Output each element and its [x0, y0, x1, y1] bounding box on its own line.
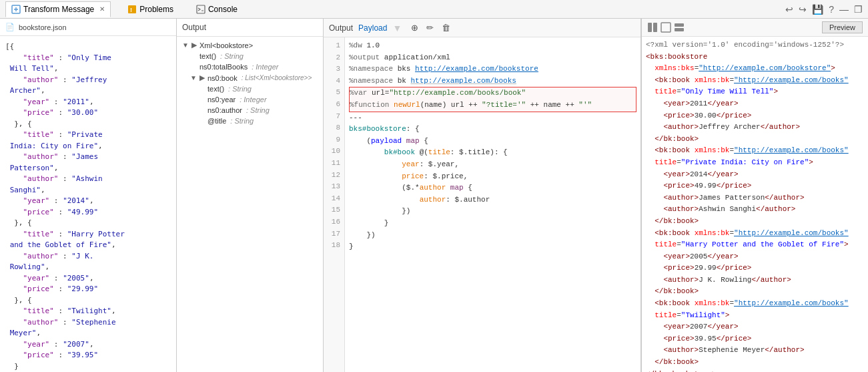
svg-rect-8 [675, 28, 684, 31]
edit-icon[interactable]: ✏ [425, 21, 435, 34]
console-tab-label: Console [208, 5, 238, 14]
expand-bookstore[interactable]: ▼ [182, 41, 189, 49]
console-tab-icon [196, 5, 205, 14]
left-panel-header: 📄 bookstore.json [0, 19, 176, 36]
xml-content[interactable]: <?xml version='1.0' encoding='windows-12… [642, 37, 868, 372]
xml-line-book2-close: </bk:book> [646, 216, 864, 228]
xml-line-declaration: <?xml version='1.0' encoding='windows-12… [646, 39, 864, 51]
help-icon[interactable]: ? [829, 4, 834, 15]
main-container: 📄 bookstore.json [{ "title" : "Only Time… [0, 19, 868, 372]
tree-label-ns0author: ns0:author [207, 106, 242, 114]
expand-ns0year [198, 96, 205, 104]
view-icon-1[interactable] [647, 22, 658, 33]
tree-label-bookstore: Xml<bookstore> [199, 41, 253, 49]
delete-icon[interactable]: 🗑 [440, 21, 452, 34]
code-line-16: } [349, 218, 636, 230]
undo-icon[interactable]: ↩ [785, 4, 793, 15]
tree-item-ns0author[interactable]: ns0:author : String [177, 105, 323, 116]
tree-item-bookstore[interactable]: ▼ ▶ Xml<bookstore> [177, 39, 323, 51]
code-lines[interactable]: %dw 1.0 %output application/xml %namespa… [345, 37, 640, 372]
transform-tab-label: Transform Message [23, 5, 94, 14]
code-editor-area[interactable]: 1234567 891011121314 15161718 %dw 1.0 %o… [324, 37, 640, 372]
tab-console[interactable]: Console [190, 1, 244, 17]
tree-item-ns0year[interactable]: ns0:year : Integer [177, 94, 323, 105]
xml-line-book3-close: </bk:book> [646, 286, 864, 298]
svg-rect-7 [675, 23, 684, 27]
left-panel-content[interactable]: [{ "title" : "Only Time Will Tell", "aut… [0, 36, 176, 372]
left-panel: 📄 bookstore.json [{ "title" : "Only Time… [0, 19, 177, 372]
xml-line-book3-year: <year>2005</year> [646, 251, 864, 263]
svg-text:!: ! [130, 7, 132, 13]
xml-line-book1-author: <author>Jeffrey Archer</author> [646, 122, 864, 134]
transform-tab-close[interactable]: ✕ [99, 5, 105, 13]
add-icon[interactable]: ⊕ [410, 21, 420, 34]
tree-type-ns0year: : Integer [240, 96, 266, 104]
view-icon-3[interactable] [674, 22, 685, 33]
tree-label-ns0book: ns0:book [207, 74, 238, 82]
code-line-11: year: $.year, [349, 159, 636, 171]
code-line-10: bk#book @(title: $.title): { [349, 147, 636, 159]
expand-ns0book[interactable]: ▼ [190, 74, 197, 81]
line-numbers: 1234567 891011121314 15161718 [324, 37, 345, 372]
minimize-icon[interactable]: — [839, 4, 849, 15]
svg-rect-5 [653, 23, 657, 32]
tree-type-totalbooks: : Integer [252, 63, 278, 71]
xml-arrow-icon: ▶ [191, 41, 197, 49]
restore-icon[interactable]: ❐ [854, 4, 863, 15]
tree-container[interactable]: ▼ ▶ Xml<bookstore> text() : String ns0:t… [177, 37, 323, 372]
expand-attrtitle [198, 118, 205, 125]
xml-line-book1-title: title="Only Time Will Tell"> [646, 86, 864, 98]
tree-type-text2: : String [228, 85, 252, 93]
tree-type-ns0book: : List<Xml<bookstore>> [242, 74, 312, 81]
tree-label-ns0year: ns0:year [207, 96, 236, 104]
code-line-15: }) [349, 206, 636, 218]
tree-item-text2[interactable]: text() : String [177, 83, 323, 94]
tree-item-text1[interactable]: text() : String [177, 51, 323, 61]
xml-line-book1-year: <year>2011</year> [646, 98, 864, 110]
svg-rect-1 [128, 5, 136, 13]
tree-item-attrtitle[interactable]: @title : String [177, 116, 323, 126]
xml-line-book4-close: </bk:book> [646, 357, 864, 369]
code-line-1: %dw 1.0 [349, 40, 636, 52]
xml-panel-icons [647, 22, 685, 33]
xml-line-xmlns-bks: xmlns:bks="http://example.com/bookstore"… [646, 63, 864, 75]
tree-label-attrtitle: @title [207, 117, 226, 125]
code-editor-toolbar: Output Payload ▼ ⊕ ✏ 🗑 [324, 19, 640, 37]
tree-type-ns0author: : String [246, 106, 270, 114]
tab-transform[interactable]: Transform Message ✕ [5, 1, 111, 17]
save-icon[interactable]: 💾 [812, 4, 823, 15]
toolbar-payload-label[interactable]: Payload [358, 23, 387, 33]
expand-text1 [190, 53, 197, 60]
toolbar-output-label: Output [329, 23, 353, 33]
view-icon-2[interactable] [661, 22, 671, 33]
redo-icon[interactable]: ↪ [799, 4, 807, 15]
code-line-9: (payload map { [349, 136, 636, 148]
json-file-icon: 📄 [5, 23, 15, 31]
xml-line-book1-close: </bk:book> [646, 134, 864, 146]
title-bar-right: ↩ ↪ 💾 ? — ❐ [785, 4, 863, 15]
xml-line-book3-open: <bk:book xmlns:bk="http://example.com/bo… [646, 228, 864, 240]
tab-problems[interactable]: ! Problems [121, 1, 179, 17]
code-line-8: bks#bookstore: { [349, 124, 636, 136]
xml-line-book2-year: <year>2014</year> [646, 169, 864, 181]
tree-label-text2: text() [207, 85, 224, 93]
expand-text2 [198, 85, 205, 93]
tree-item-ns0book[interactable]: ▼ ▶ ns0:book : List<Xml<bookstore>> [177, 72, 323, 83]
tree-type-attrtitle: : String [230, 117, 254, 125]
code-line-7: --- [349, 112, 636, 124]
xml-line-book2-title: title="Private India: City on Fire"> [646, 157, 864, 169]
code-line-14: author: $.author [349, 194, 636, 206]
problems-tab-icon: ! [127, 5, 137, 14]
xml-line-book2-open: <bk:book xmlns:bk="http://example.com/bo… [646, 145, 864, 157]
code-line-13: ($.*author map { [349, 182, 636, 194]
xml-line-book4-author: <author>Stephenie Meyer</author> [646, 345, 864, 357]
xml-line-book3-author: <author>J K. Rowling</author> [646, 274, 864, 287]
middle-panel-header: Output [177, 19, 323, 37]
code-editor-panel: Output Payload ▼ ⊕ ✏ 🗑 1234567 891011121… [324, 19, 641, 372]
json-content: [{ "title" : "Only Time Will Tell", "aut… [0, 39, 176, 372]
tree-item-totalbooks[interactable]: ns0:totalBooks : Integer [177, 61, 323, 72]
tree-label-totalbooks: ns0:totalBooks [199, 63, 248, 71]
xml-line-book3-title: title="Harry Potter and the Goblet of Fi… [646, 239, 864, 251]
svg-rect-6 [661, 23, 671, 32]
preview-button[interactable]: Preview [822, 21, 863, 33]
